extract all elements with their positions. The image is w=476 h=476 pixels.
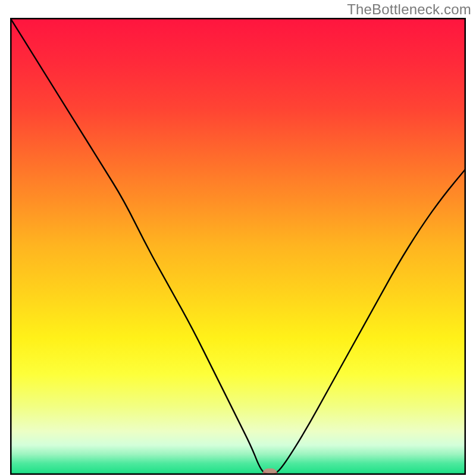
plot-frame: [10, 18, 466, 475]
plot-background: [10, 18, 466, 475]
bottleneck-plot-svg: [10, 18, 466, 475]
chart-container: TheBottleneck.com: [0, 0, 476, 476]
watermark-text: TheBottleneck.com: [347, 1, 471, 18]
